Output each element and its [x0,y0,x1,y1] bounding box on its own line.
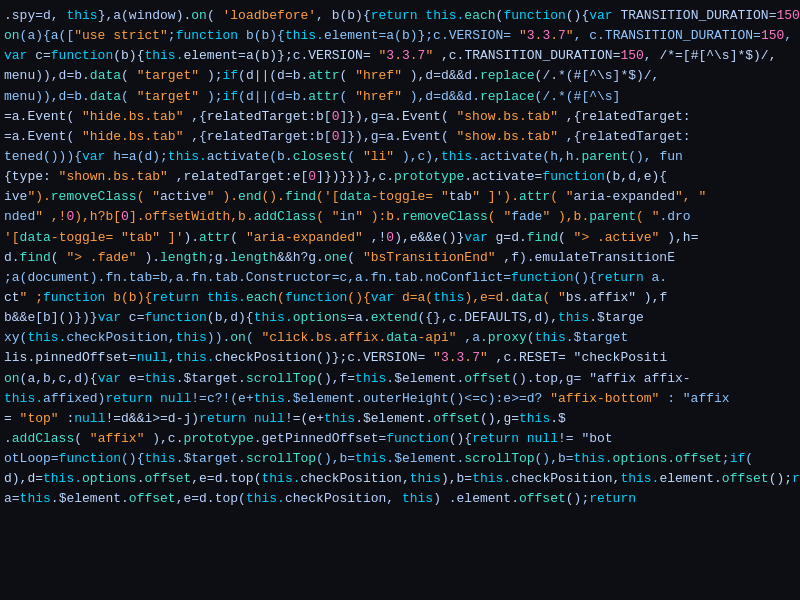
code-line: var c=function(b){this.element=a(b)};c.V… [4,46,796,66]
code-line: = "top" :null!=d&&i>=d-j)return null!=(e… [4,409,796,429]
code-line: xy(this.checkPosition,this)).on( "click.… [4,328,796,348]
code-line: d.find( "> .fade" ).length;g.length&&h?g… [4,248,796,268]
code-line: =a.Event( "hide.bs.tab" ,{relatedTarget:… [4,127,796,147]
code-line: b&&e[b]()})}var c=function(b,d){this.opt… [4,308,796,328]
code-line: menu)),d=b.data( "target" );if(d||(d=b.a… [4,87,796,107]
code-line: menu)),d=b.data( "target" );if(d||(d=b.a… [4,66,796,86]
code-line: this.affixed)return null!=c?!(e+this.$el… [4,389,796,409]
code-line: d),d=this.options.offset,e=d.top(this.ch… [4,469,796,489]
code-line: {type: "shown.bs.tab" ,relatedTarget:e[0… [4,167,796,187]
code-line: ive").removeClass( "active" ).end().find… [4,187,796,207]
code-display: .spy=d, this},a(window).on( 'loadbefore'… [0,0,800,600]
code-line: .spy=d, this},a(window).on( 'loadbefore'… [4,6,796,26]
code-line: lis.pinnedOffset=null,this.checkPosition… [4,348,796,368]
code-line: ct" ;function b(b){return this.each(func… [4,288,796,308]
code-line: ;a(document).fn.tab=b,a.fn.tab.Construct… [4,268,796,288]
code-line: tened())){var h=a(d);this.activate(b.clo… [4,147,796,167]
code-line: '[data-toggle= "tab" ]').attr( "aria-exp… [4,228,796,248]
code-line: .addClass( "affix" ),c.prototype.getPinn… [4,429,796,449]
code-line: a=this.$element.offset,e=d.top(this.chec… [4,489,796,509]
code-line: on(a){a(["use strict";function b(b){this… [4,26,796,46]
code-line: otLoop=function(){this.$target.scrollTop… [4,449,796,469]
code-line: =a.Event( "hide.bs.tab" ,{relatedTarget:… [4,107,796,127]
code-line: nded" ,!0),h?b[0].offsetWidth,b.addClass… [4,207,796,227]
code-line: on(a,b,c,d){var e=this.$target.scrollTop… [4,369,796,389]
